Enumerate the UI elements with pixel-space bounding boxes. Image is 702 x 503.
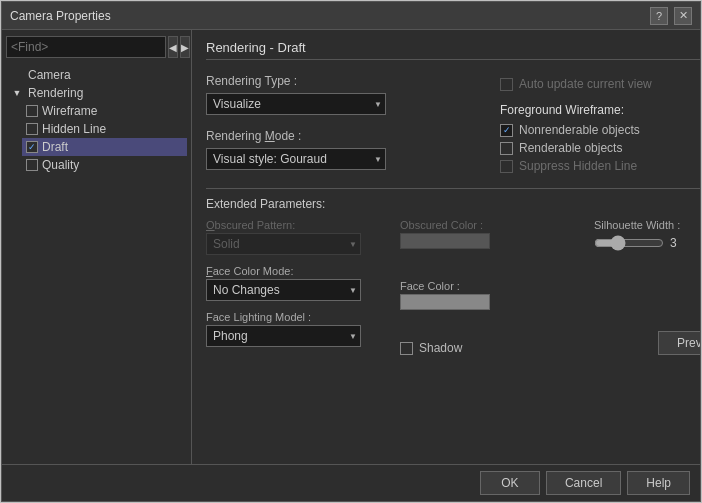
help-button[interactable]: Help [627, 471, 690, 495]
rendering-mode-rest: ode : [275, 129, 302, 143]
obscured-ul: O [206, 219, 215, 231]
face-color-label: Face Color : [400, 280, 580, 292]
auto-update-label: Auto update current view [519, 77, 652, 91]
section-title: Rendering - Draft [206, 40, 700, 60]
tree-item-wireframe[interactable]: Wireframe [22, 102, 187, 120]
prev-page-wrap: Previous Page [594, 331, 700, 355]
obscured-pattern-select-wrap: Solid Dashed ▼ [206, 233, 361, 255]
col1: Obscured Pattern: Solid Dashed ▼ Face Co… [206, 219, 386, 358]
silhouette-width-label: Silhouette Width : [594, 219, 700, 231]
shadow-row: Shadow [400, 341, 580, 355]
title-bar: Camera Properties ? ✕ [2, 2, 700, 30]
left-col: Rendering Type : Visualize Illustration … [206, 74, 480, 176]
main-content: ◀ ▶ Camera ▼ Rendering Wireframe Hidden … [2, 30, 700, 464]
footer: OK Cancel Help [2, 464, 700, 501]
rendering-type-select[interactable]: Visualize Illustration Hidden Line Wiref… [206, 93, 386, 115]
face-color-swatch[interactable] [400, 294, 490, 310]
tree-label-hidden-line: Hidden Line [42, 122, 106, 136]
rendering-mode-text: Rendering [206, 129, 265, 143]
silhouette-value: 3 [670, 236, 677, 250]
close-title-button[interactable]: ✕ [674, 7, 692, 25]
obscured-pattern-select[interactable]: Solid Dashed [206, 233, 361, 255]
find-input[interactable] [6, 36, 166, 58]
tree-label-wireframe: Wireframe [42, 104, 97, 118]
rendering-expand-icon: ▼ [10, 86, 24, 100]
previous-page-button[interactable]: Previous Page [658, 331, 700, 355]
tree-item-quality[interactable]: Quality [22, 156, 187, 174]
face-lighting-select[interactable]: Phong Flat Gouraud [206, 325, 361, 347]
draft-checkbox[interactable]: ✓ [26, 141, 38, 153]
face-ul: F [206, 265, 213, 277]
tree-label-camera: Camera [28, 68, 71, 82]
obscured-color-label: Obscured Color : [400, 219, 580, 231]
auto-update-row: Auto update current view [500, 77, 700, 91]
renderable-label: Renderable objects [519, 141, 622, 155]
suppress-label: Suppress Hidden Line [519, 159, 637, 173]
ok-button[interactable]: OK [480, 471, 540, 495]
auto-update-checkbox[interactable] [500, 78, 513, 91]
renderable-checkbox[interactable] [500, 142, 513, 155]
tree-label-rendering: Rendering [28, 86, 83, 100]
face-lighting-label: Face Lighting Model : [206, 311, 386, 323]
renderable-row: Renderable objects [500, 141, 700, 155]
suppress-checkbox[interactable] [500, 160, 513, 173]
col3: Silhouette Width : 3 Previous Page [594, 219, 700, 358]
face-color-mode-select-wrap: No Changes All Same By Face ▼ [206, 279, 361, 301]
suppress-row: Suppress Hidden Line [500, 159, 700, 173]
nav-prev-button[interactable]: ◀ [168, 36, 178, 58]
shadow-checkbox[interactable] [400, 342, 413, 355]
nonrenderable-checkbox[interactable]: ✓ [500, 124, 513, 137]
face-rest: ace Color Mode: [213, 265, 294, 277]
silhouette-slider[interactable] [594, 235, 664, 251]
find-bar: ◀ ▶ [6, 36, 187, 58]
col2: Obscured Color : Face Color : Shadow [400, 219, 580, 358]
tree-item-rendering[interactable]: ▼ Rendering [6, 84, 187, 102]
face-lighting-text: Face Lighting Model : [206, 311, 311, 323]
extended-title: Extended Parameters: [206, 197, 700, 211]
right-col: Auto update current view Foreground Wire… [500, 74, 700, 176]
obscured-color-swatch[interactable] [400, 233, 490, 249]
nonrenderable-label: Nonrenderable objects [519, 123, 640, 137]
nav-next-button[interactable]: ▶ [180, 36, 190, 58]
tree-item-camera[interactable]: Camera [6, 66, 187, 84]
foreground-label: Foreground Wireframe: [500, 103, 700, 117]
cancel-button[interactable]: Cancel [546, 471, 621, 495]
rendering-mode-underline: M [265, 129, 275, 143]
help-title-button[interactable]: ? [650, 7, 668, 25]
camera-properties-dialog: Camera Properties ? ✕ ◀ ▶ Camera ▼ Rende… [1, 1, 701, 502]
wireframe-checkbox[interactable] [26, 105, 38, 117]
camera-expand-icon [10, 68, 24, 82]
nonrenderable-row: ✓ Nonrenderable objects [500, 123, 700, 137]
rendering-mode-label: Rendering Mode : [206, 129, 480, 143]
ext-grid: Obscured Pattern: Solid Dashed ▼ Face Co… [206, 219, 700, 358]
obscured-color-box-wrap [400, 233, 580, 252]
top-section: Rendering Type : Visualize Illustration … [206, 74, 700, 176]
shadow-label: Shadow [419, 341, 462, 355]
face-lighting-select-wrap: Phong Flat Gouraud ▼ [206, 325, 361, 347]
hidden-line-checkbox[interactable] [26, 123, 38, 135]
silhouette-slider-row: 3 [594, 235, 700, 251]
quality-checkbox[interactable] [26, 159, 38, 171]
tree-item-draft[interactable]: ✓ Draft [22, 138, 187, 156]
rendering-mode-select-wrap: Visual style: Gouraud Visual style: Flat… [206, 148, 386, 170]
face-color-box-wrap [400, 294, 580, 313]
inner-footer: OK Cancel Help [12, 471, 690, 495]
face-color-mode-select[interactable]: No Changes All Same By Face [206, 279, 361, 301]
face-color-mode-label: Face Color Mode: [206, 265, 386, 277]
rendering-type-select-wrap: Visualize Illustration Hidden Line Wiref… [206, 93, 386, 115]
tree-label-draft: Draft [42, 140, 68, 154]
left-panel: ◀ ▶ Camera ▼ Rendering Wireframe Hidden … [2, 30, 192, 464]
rendering-type-label: Rendering Type : [206, 74, 480, 88]
tree-label-quality: Quality [42, 158, 79, 172]
obscured-pattern-label: Obscured Pattern: [206, 219, 386, 231]
extended-params-section: Extended Parameters: Obscured Pattern: S… [206, 188, 700, 358]
right-panel: Rendering - Draft Rendering Type : Visua… [192, 30, 700, 464]
obscured-rest: bscured Pattern: [215, 219, 296, 231]
rendering-mode-select[interactable]: Visual style: Gouraud Visual style: Flat… [206, 148, 386, 170]
tree-item-hidden-line[interactable]: Hidden Line [22, 120, 187, 138]
dialog-title: Camera Properties [10, 9, 111, 23]
title-bar-buttons: ? ✕ [650, 7, 692, 25]
